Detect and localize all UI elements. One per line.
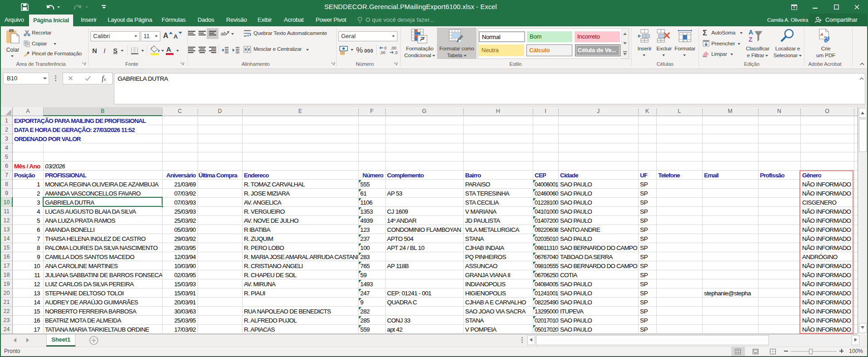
svg-text:Z: Z: [749, 36, 753, 43]
svg-text:,00: ,00: [380, 50, 386, 55]
svg-text:,00: ,00: [391, 46, 397, 50]
svg-text:A: A: [820, 32, 823, 37]
svg-text:0: 0: [384, 46, 387, 50]
svg-text:ab: ab: [221, 31, 226, 36]
svg-text:A: A: [749, 29, 753, 36]
